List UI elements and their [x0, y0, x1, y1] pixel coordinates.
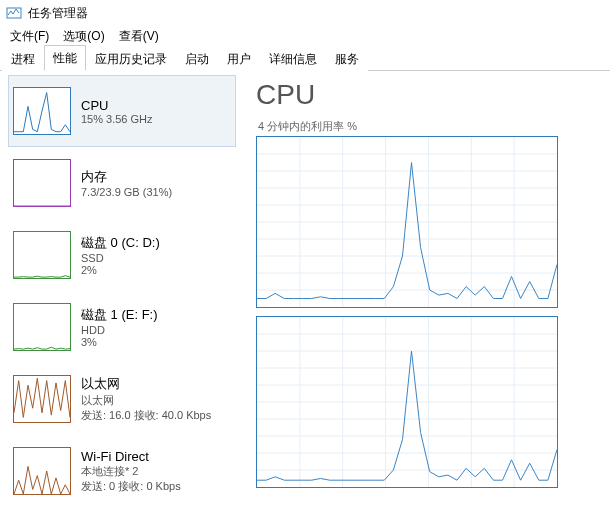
- titlebar: 任务管理器: [0, 0, 610, 26]
- menubar: 文件(F)选项(O)查看(V): [0, 26, 610, 46]
- sidebar-meta: CPU15% 3.56 GHz: [81, 98, 153, 125]
- sidebar-item-title: 磁盘 0 (C: D:): [81, 234, 160, 252]
- sidebar-item-line3: 3%: [81, 336, 158, 348]
- cpu-chart-1: [256, 316, 558, 488]
- sidebar-thumbnail: [13, 447, 71, 495]
- tab-0[interactable]: 进程: [2, 46, 44, 71]
- sidebar-item-title: CPU: [81, 98, 153, 113]
- sidebar-item-title: 以太网: [81, 375, 211, 393]
- sidebar-meta: 磁盘 0 (C: D:)SSD2%: [81, 234, 160, 276]
- sidebar-item-line2: HDD: [81, 324, 158, 336]
- sidebar-item-4[interactable]: 以太网以太网发送: 16.0 接收: 40.0 Kbps: [8, 363, 236, 435]
- sidebar-meta: 内存7.3/23.9 GB (31%): [81, 168, 172, 198]
- sidebar-meta: 以太网以太网发送: 16.0 接收: 40.0 Kbps: [81, 375, 211, 423]
- sidebar-item-line3: 发送: 0 接收: 0 Kbps: [81, 479, 181, 494]
- sidebar-thumbnail: [13, 303, 71, 351]
- detail-heading: CPU: [256, 79, 610, 111]
- sidebar-item-line2: 以太网: [81, 393, 211, 408]
- sidebar-item-title: 内存: [81, 168, 172, 186]
- detail-pane: CPU 4 分钟内的利用率 %: [236, 71, 610, 505]
- tab-6[interactable]: 服务: [326, 46, 368, 71]
- sidebar-item-3[interactable]: 磁盘 1 (E: F:)HDD3%: [8, 291, 236, 363]
- tab-5[interactable]: 详细信息: [260, 46, 326, 71]
- sidebar-item-line3: 2%: [81, 264, 160, 276]
- tab-4[interactable]: 用户: [218, 46, 260, 71]
- task-manager-window: 任务管理器 文件(F)选项(O)查看(V) 进程性能应用历史记录启动用户详细信息…: [0, 0, 610, 505]
- menu-item-2[interactable]: 查看(V): [113, 26, 165, 47]
- sidebar-item-0[interactable]: CPU15% 3.56 GHz: [8, 75, 236, 147]
- sidebar-item-2[interactable]: 磁盘 0 (C: D:)SSD2%: [8, 219, 236, 291]
- sidebar-thumbnail: [13, 87, 71, 135]
- sidebar-item-1[interactable]: 内存7.3/23.9 GB (31%): [8, 147, 236, 219]
- chart-label: 4 分钟内的利用率 %: [258, 119, 610, 134]
- tab-3[interactable]: 启动: [176, 46, 218, 71]
- sidebar-thumbnail: [13, 231, 71, 279]
- task-manager-icon: [6, 5, 22, 21]
- cpu-chart-0: [256, 136, 558, 308]
- tab-bar: 进程性能应用历史记录启动用户详细信息服务: [0, 46, 610, 71]
- sidebar-item-line3: 发送: 16.0 接收: 40.0 Kbps: [81, 408, 211, 423]
- window-title: 任务管理器: [28, 5, 88, 22]
- sidebar: CPU15% 3.56 GHz内存7.3/23.9 GB (31%)磁盘 0 (…: [0, 71, 236, 505]
- tab-1[interactable]: 性能: [44, 45, 86, 71]
- sidebar-item-5[interactable]: Wi-Fi Direct本地连接* 2发送: 0 接收: 0 Kbps: [8, 435, 236, 505]
- menu-item-1[interactable]: 选项(O): [57, 26, 110, 47]
- sidebar-thumbnail: [13, 375, 71, 423]
- sidebar-meta: 磁盘 1 (E: F:)HDD3%: [81, 306, 158, 348]
- sidebar-item-title: Wi-Fi Direct: [81, 449, 181, 464]
- sidebar-thumbnail: [13, 159, 71, 207]
- sidebar-item-line2: 本地连接* 2: [81, 464, 181, 479]
- sidebar-item-title: 磁盘 1 (E: F:): [81, 306, 158, 324]
- sidebar-item-line2: 7.3/23.9 GB (31%): [81, 186, 172, 198]
- tab-2[interactable]: 应用历史记录: [86, 46, 176, 71]
- menu-item-0[interactable]: 文件(F): [4, 26, 55, 47]
- sidebar-item-line2: 15% 3.56 GHz: [81, 113, 153, 125]
- sidebar-meta: Wi-Fi Direct本地连接* 2发送: 0 接收: 0 Kbps: [81, 449, 181, 494]
- sidebar-item-line2: SSD: [81, 252, 160, 264]
